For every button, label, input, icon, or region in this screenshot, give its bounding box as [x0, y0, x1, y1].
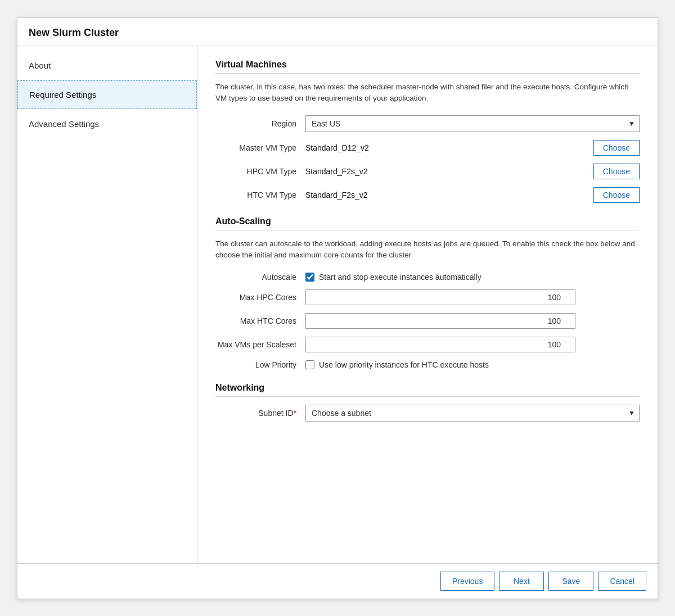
- hpc-vm-choose-button[interactable]: Choose: [593, 164, 640, 179]
- sidebar-item-required-settings[interactable]: Required Settings: [17, 80, 197, 109]
- max-htc-cores-input[interactable]: [305, 313, 575, 329]
- cancel-button[interactable]: Cancel: [598, 572, 646, 591]
- htc-vm-row: HTC VM Type Standard_F2s_v2 Choose: [215, 187, 640, 203]
- sidebar-item-advanced-settings[interactable]: Advanced Settings: [17, 110, 197, 138]
- low-priority-checkbox-label: Use low priority instances for HTC execu…: [319, 360, 489, 369]
- window-header: New Slurm Cluster: [17, 18, 658, 46]
- hpc-vm-control: Standard_F2s_v2 Choose: [305, 164, 640, 179]
- region-control: East US West US Central US East US 2 Wes…: [305, 115, 640, 132]
- max-hpc-cores-control: [305, 289, 640, 305]
- autoscale-label: Autoscale: [215, 273, 305, 282]
- subnet-select[interactable]: Choose a subnet: [305, 405, 640, 422]
- hpc-vm-value: Standard_F2s_v2: [305, 167, 588, 176]
- subnet-label: Subnet ID*: [215, 409, 305, 418]
- autoscale-row: Autoscale Start and stop execute instanc…: [215, 273, 640, 282]
- sidebar-item-about[interactable]: About: [17, 52, 197, 79]
- htc-vm-control: Standard_F2s_v2 Choose: [305, 187, 640, 203]
- region-select[interactable]: East US West US Central US East US 2 Wes…: [305, 115, 640, 132]
- max-htc-cores-row: Max HTC Cores: [215, 313, 640, 329]
- low-priority-checkbox[interactable]: [305, 360, 314, 369]
- region-select-wrapper: East US West US Central US East US 2 Wes…: [305, 115, 640, 132]
- htc-vm-value: Standard_F2s_v2: [305, 191, 588, 200]
- max-hpc-cores-label: Max HPC Cores: [215, 293, 305, 302]
- virtual-machines-section: Virtual Machines The cluster, in this ca…: [215, 60, 640, 203]
- window-body: About Required Settings Advanced Setting…: [17, 46, 658, 563]
- region-row: Region East US West US Central US East U…: [215, 115, 640, 132]
- master-vm-choose-button[interactable]: Choose: [593, 140, 640, 156]
- main-window: New Slurm Cluster About Required Setting…: [17, 17, 658, 599]
- hpc-vm-label: HPC VM Type: [215, 167, 305, 176]
- window-title: New Slurm Cluster: [29, 27, 119, 38]
- sidebar: About Required Settings Advanced Setting…: [17, 46, 197, 563]
- autoscaling-section-title: Auto-Scaling: [215, 216, 640, 227]
- autoscale-checkbox-label: Start and stop execute instances automat…: [319, 273, 482, 282]
- max-htc-cores-control: [305, 313, 640, 329]
- low-priority-row: Low Priority Use low priority instances …: [215, 360, 640, 369]
- htc-vm-label: HTC VM Type: [215, 191, 305, 200]
- networking-section: Networking Subnet ID* Choose a subnet ▼: [215, 383, 640, 422]
- networking-section-title: Networking: [215, 383, 640, 393]
- max-vms-row: Max VMs per Scaleset: [215, 337, 640, 352]
- autoscale-checkbox[interactable]: [305, 273, 314, 282]
- htc-vm-choose-button[interactable]: Choose: [593, 187, 640, 203]
- subnet-row: Subnet ID* Choose a subnet ▼: [215, 405, 640, 422]
- max-vms-label: Max VMs per Scaleset: [215, 340, 305, 349]
- subnet-control: Choose a subnet ▼: [305, 405, 640, 422]
- low-priority-label: Low Priority: [215, 360, 305, 369]
- previous-button[interactable]: Previous: [440, 572, 494, 591]
- autoscaling-section-desc: The cluster can autoscale to the workloa…: [215, 238, 640, 261]
- max-vms-input[interactable]: [305, 337, 575, 352]
- footer: Previous Next Save Cancel: [17, 563, 658, 599]
- low-priority-checkbox-row: Use low priority instances for HTC execu…: [305, 360, 489, 369]
- region-label: Region: [215, 119, 305, 128]
- main-content: Virtual Machines The cluster, in this ca…: [197, 46, 658, 563]
- autoscale-control: Start and stop execute instances automat…: [305, 273, 640, 282]
- subnet-required-star: *: [294, 409, 296, 418]
- vm-section-title: Virtual Machines: [215, 60, 640, 70]
- max-vms-control: [305, 337, 640, 352]
- auto-scaling-section: Auto-Scaling The cluster can autoscale t…: [215, 216, 640, 369]
- max-hpc-cores-input[interactable]: [305, 289, 575, 305]
- max-hpc-cores-row: Max HPC Cores: [215, 289, 640, 305]
- save-button[interactable]: Save: [548, 572, 593, 591]
- vm-section-desc: The cluster, in this case, has two roles…: [215, 81, 640, 105]
- next-button[interactable]: Next: [499, 572, 544, 591]
- master-vm-value: Standard_D12_v2: [305, 143, 588, 152]
- autoscale-checkbox-row: Start and stop execute instances automat…: [305, 273, 482, 282]
- hpc-vm-row: HPC VM Type Standard_F2s_v2 Choose: [215, 164, 640, 179]
- master-vm-row: Master VM Type Standard_D12_v2 Choose: [215, 140, 640, 156]
- master-vm-label: Master VM Type: [215, 143, 305, 152]
- low-priority-control: Use low priority instances for HTC execu…: [305, 360, 640, 369]
- master-vm-control: Standard_D12_v2 Choose: [305, 140, 640, 156]
- max-htc-cores-label: Max HTC Cores: [215, 316, 305, 325]
- subnet-select-wrapper: Choose a subnet ▼: [305, 405, 640, 422]
